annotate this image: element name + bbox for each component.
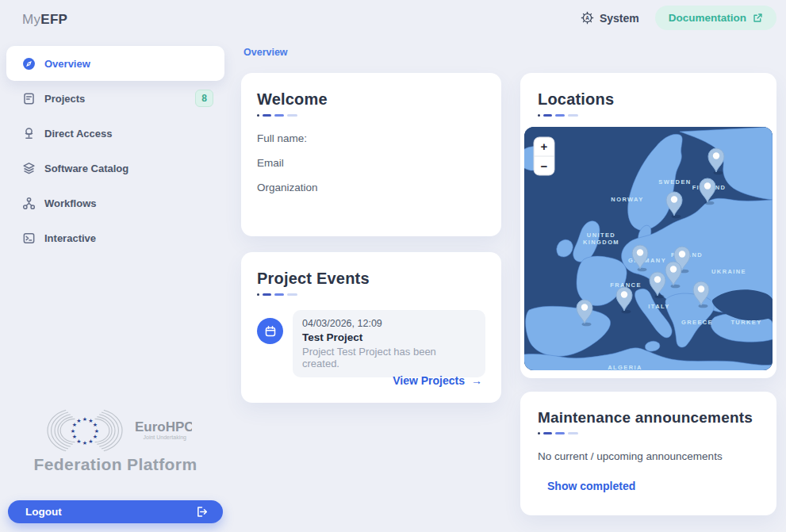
maintenance-title: Maintenance announcements [538,409,761,427]
logout-icon [195,505,209,519]
layers-icon [22,162,36,175]
eurohpc-wordmark: EuroHPC [135,419,192,434]
svg-text:★: ★ [71,428,75,434]
field-email: Email [257,157,485,169]
sidebar-item-direct-access[interactable]: Direct Access [6,116,224,151]
event-project-name: Test Project [302,331,476,343]
view-projects-link[interactable]: View Projects → [393,374,482,387]
locations-title: Locations [538,90,761,109]
documentation-button[interactable]: Documentation [655,6,776,30]
map-land-sicily [645,341,659,351]
field-full-name: Full name: [257,132,485,144]
svg-text:★: ★ [93,422,98,427]
map-label-turkey: TURKEY [730,319,761,326]
zoom-in-button[interactable]: + [541,140,548,153]
sidebar-item-software-catalog[interactable]: Software Catalog [6,151,224,186]
sidebar-item-interactive[interactable]: Interactive [6,220,224,255]
sidebar-item-projects[interactable]: Projects 8 [6,81,224,116]
myefp-dashboard: MyEFP A System Documentation [0,0,786,532]
svg-text:★: ★ [76,438,81,444]
map-label-kingdom: KINGDOM [583,239,619,246]
calendar-icon [257,318,283,344]
projects-count-badge: 8 [195,90,213,107]
globe-stand-icon [22,127,36,140]
documentation-label: Documentation [669,12,746,24]
platform-name: Federation Platform [0,455,231,474]
sidebar-item-label: Projects [44,93,186,105]
map-label-ukraine: UKRAINE [711,268,746,275]
map-label-greece: GREECE [681,319,713,326]
event-row: 04/03/2026, 12:09 Test Project Project T… [257,310,485,377]
welcome-title: Welcome [257,90,485,109]
system-label: System [600,12,639,25]
europe-map[interactable]: SWEDEN NORWAY FINLAND UNITED KINGDOM GER… [524,127,773,370]
logout-label: Logout [25,506,195,518]
svg-text:★: ★ [82,416,87,422]
svg-text:A: A [585,15,589,21]
heading-underline [538,432,761,434]
svg-text:★: ★ [88,438,93,444]
eurohpc-subtitle: Joint Undertaking [144,434,187,441]
event-timestamp: 04/03/2026, 12:09 [302,318,476,329]
svg-text:★: ★ [93,434,98,439]
map-label-united: UNITED [587,232,615,239]
sidebar-item-workflows[interactable]: Workflows [6,186,224,220]
heading-underline [538,114,761,117]
document-icon [22,92,36,105]
map-canvas: SWEDEN NORWAY FINLAND UNITED KINGDOM GER… [524,127,773,370]
gear-icon: A [581,11,594,25]
sidebar-nav: Overview Projects 8 Direct Access [6,46,224,255]
map-label-norway: NORWAY [611,196,643,203]
zoom-out-button[interactable]: − [541,159,548,173]
workflow-icon [22,197,36,210]
sidebar-item-label: Software Catalog [44,163,128,174]
compass-icon [22,57,36,71]
heading-underline [257,293,485,296]
star-circle: ★★★ ★★★ ★★★ ★★★ [71,416,99,446]
map-label-italy: ITALY [648,303,669,310]
topbar-right: A System Documentation [581,6,776,30]
logout-button[interactable]: Logout [8,500,223,523]
show-completed-link[interactable]: Show completed [547,480,635,492]
terminal-icon [22,232,36,245]
sidebar-item-label: Interactive [44,232,96,244]
project-events-card: Project Events 04/03/2026, 12:09 Test Pr… [241,252,501,403]
svg-text:★: ★ [94,428,99,434]
sidebar-item-label: Overview [44,58,90,70]
heading-underline [257,114,485,117]
external-link-icon [753,13,763,23]
svg-text:★: ★ [72,434,77,439]
svg-text:★: ★ [82,440,87,446]
sidebar-item-label: Workflows [44,197,97,209]
welcome-card: Welcome Full name: Email Organization [241,73,501,236]
system-menu-button[interactable]: A System [581,11,639,25]
map-zoom-control: + − [534,137,554,175]
svg-text:★: ★ [76,418,81,423]
breadcrumb[interactable]: Overview [243,47,288,58]
event-item: 04/03/2026, 12:09 Test Project Project T… [293,310,485,377]
view-projects-label: View Projects [393,374,465,387]
map-label-algeria: ALGERIA [608,364,642,370]
locations-card: Locations [520,73,776,378]
map-label-sweden: SWEDEN [658,178,691,186]
sidebar: Overview Projects 8 Direct Access [0,0,231,532]
field-organization: Organization [257,182,485,193]
maintenance-card: Maintenance announcements No current / u… [520,392,776,515]
sidebar-item-label: Direct Access [44,128,113,140]
sidebar-item-overview[interactable]: Overview [6,46,224,81]
maintenance-empty-message: No current / upcoming announcements [538,450,761,462]
eurohpc-logo: ★★★ ★★★ ★★★ ★★★ EuroHPC Joint Undertakin… [41,407,192,454]
project-events-title: Project Events [257,270,485,288]
event-description: Project Test Project has been created. [302,346,476,369]
arrow-right-icon: → [471,374,482,387]
